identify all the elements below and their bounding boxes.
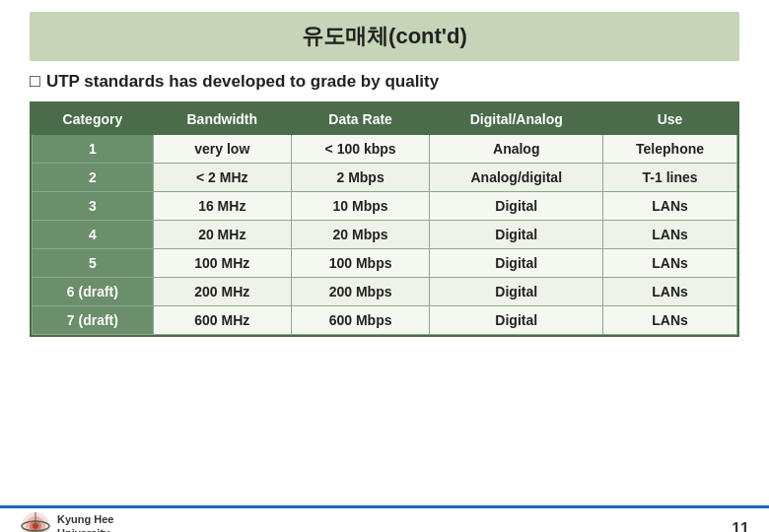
utp-table-container: Category Bandwidth Data Rate Digital/Ana… [30,101,739,337]
table-row: 2< 2 MHz2 MbpsAnalog/digitalT-1 lines [33,164,737,192]
col-header-use: Use [603,104,737,135]
footer: Kyung Hee University 11 [0,508,769,532]
data-cell: 16 MHz [153,192,291,221]
table-row: 316 MHz10 MbpsDigitalLANs [33,192,737,221]
university-logo-icon [20,510,51,532]
page-number: 11 [732,520,749,532]
table-row: 5100 MHz100 MbpsDigitalLANs [33,249,737,278]
university-name-line1: Kyung Hee [57,512,113,526]
data-cell: 200 MHz [153,278,291,306]
data-cell: Digital [430,221,603,249]
category-cell: 3 [33,192,154,221]
slide-title: 유도매체(cont'd) [49,22,720,51]
slide: 유도매체(cont'd) □UTP standards has develope… [0,12,769,532]
table-row: 7 (draft)600 MHz600 MbpsDigitalLANs [33,306,737,335]
data-cell: LANs [603,221,737,249]
data-cell: < 2 MHz [153,164,291,192]
utp-table: Category Bandwidth Data Rate Digital/Ana… [32,103,737,335]
data-cell: LANs [603,192,737,221]
subtitle-line: □UTP standards has developed to grade by… [30,71,739,92]
data-cell: 2 Mbps [291,164,430,192]
category-cell: 4 [33,221,154,249]
col-header-bandwidth: Bandwidth [153,104,291,135]
data-cell: Digital [430,249,603,278]
data-cell: 10 Mbps [291,192,430,221]
data-cell: 100 MHz [153,249,291,278]
logo-area: Kyung Hee University [20,510,113,532]
data-cell: 200 Mbps [291,278,430,306]
category-cell: 7 (draft) [33,306,154,335]
subtitle-text: UTP standards has developed to grade by … [46,72,439,91]
data-cell: 600 MHz [153,306,291,335]
university-name: Kyung Hee University [57,512,113,532]
university-name-line2: University [57,526,113,532]
category-cell: 1 [33,135,154,164]
col-header-category: Category [33,104,154,135]
col-header-datarate: Data Rate [291,104,430,135]
data-cell: 100 Mbps [291,249,430,278]
data-cell: LANs [603,306,737,335]
data-cell: Telephone [603,135,737,164]
data-cell: 600 Mbps [291,306,430,335]
col-header-digitalanalog: Digital/Analog [430,104,603,135]
category-cell: 5 [33,249,154,278]
data-cell: Digital [430,278,603,306]
table-row: 420 MHz20 MbpsDigitalLANs [33,221,737,249]
table-header-row: Category Bandwidth Data Rate Digital/Ana… [33,104,737,135]
data-cell: Analog [430,135,603,164]
data-cell: 20 Mbps [291,221,430,249]
data-cell: very low [153,135,291,164]
data-cell: Digital [430,192,603,221]
bullet-icon: □ [30,71,40,91]
data-cell: LANs [603,249,737,278]
data-cell: 20 MHz [153,221,291,249]
data-cell: T-1 lines [603,164,737,192]
category-cell: 2 [33,164,154,192]
data-cell: < 100 kbps [291,135,430,164]
data-cell: Analog/digital [430,164,603,192]
table-row: 6 (draft)200 MHz200 MbpsDigitalLANs [33,278,737,306]
table-row: 1very low< 100 kbpsAnalogTelephone [33,135,737,164]
data-cell: LANs [603,278,737,306]
title-bar: 유도매체(cont'd) [30,12,739,61]
category-cell: 6 (draft) [33,278,154,306]
data-cell: Digital [430,306,603,335]
